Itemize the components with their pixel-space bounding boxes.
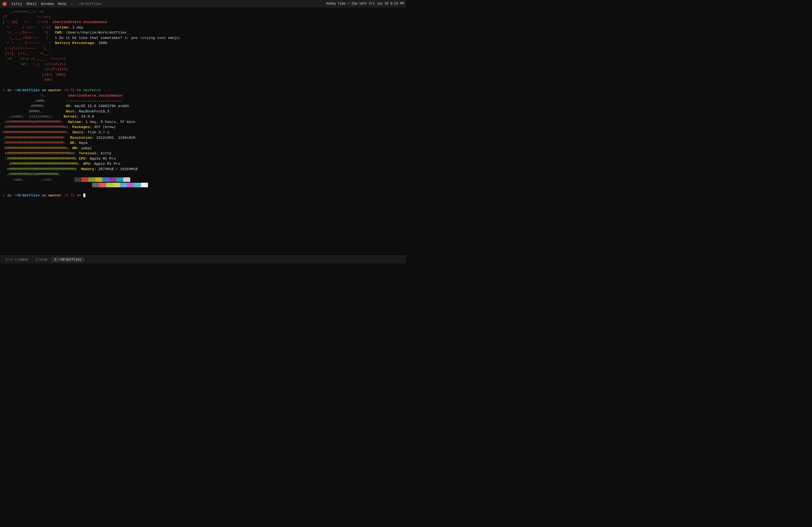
- path-display: :: ~/W/dotfiles: [71, 2, 102, 6]
- apple-menu[interactable]: 🍎: [2, 1, 7, 6]
- tab-yabai[interactable]: 1:~/.c/yabai: [2, 257, 32, 262]
- menubar-right: Hobby time • 21m left Fri Jun 28 9:24 PM: [326, 2, 404, 6]
- terminal: __=======__=--=) /T \--==) [ \ (0) \~ \-…: [0, 7, 406, 255]
- window-menu[interactable]: Window: [41, 2, 54, 6]
- tabbar: 1:~/.c/yabai 2:nvim 3:~/W/dotfiles: [0, 255, 406, 264]
- app-name[interactable]: kitty: [12, 2, 22, 6]
- help-menu[interactable]: Help: [58, 2, 66, 6]
- shell-menu[interactable]: Shell: [26, 2, 37, 6]
- clock: Fri Jun 28 9:24 PM: [369, 2, 404, 6]
- tab-dotfiles[interactable]: 3:~/W/dotfiles: [51, 257, 85, 262]
- terminal-content: __=======__=--=) /T \--==) [ \ (0) \~ \-…: [3, 9, 403, 254]
- tab-nvim[interactable]: 2:nvim: [32, 257, 50, 262]
- menubar: 🍎 kitty Shell Window Help :: ~/W/dotfile…: [0, 0, 406, 7]
- hobby-time: Hobby time • 21m left: [326, 2, 367, 6]
- menubar-left: 🍎 kitty Shell Window Help :: ~/W/dotfile…: [2, 1, 102, 6]
